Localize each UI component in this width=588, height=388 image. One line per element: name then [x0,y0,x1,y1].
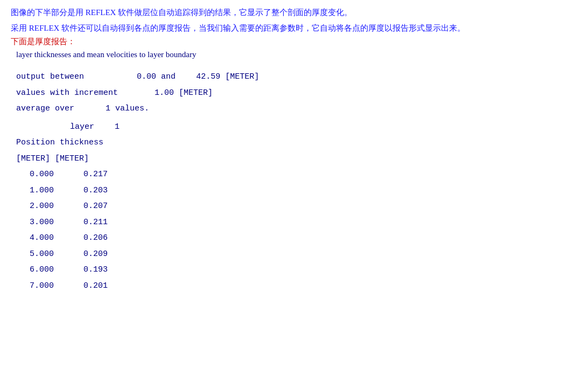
position-unit: [METER] [16,154,50,163]
position-value: 4.000 [16,231,65,245]
table-row: 3.0000.211 [16,216,577,230]
layer-row: layer 1 [70,120,577,134]
position-value: 1.000 [16,184,65,198]
thickness-value: 0.211 [65,216,108,230]
increment-label: values with increment [16,88,118,98]
table-row: 6.0000.193 [16,263,577,277]
output-line: output between 0.00 and 42.59 [METER] [16,70,577,84]
increment-unit: [METER] [179,88,213,98]
chinese-line-1: 图像的下半部分是用 REFLEX 软件做层位自动追踪得到的结果，它显示了整个剖面… [11,5,577,20]
thickness-value: 0.203 [65,184,108,198]
table-row: 0.0000.217 [16,168,577,182]
table-row: 5.0000.209 [16,247,577,261]
data-rows: 0.0000.2171.0000.2032.0000.2073.0000.211… [16,168,577,293]
thickness-unit: [METER] [55,154,89,163]
data-section: output between 0.00 and 42.59 [METER] va… [16,70,577,116]
thickness-value: 0.193 [65,263,108,277]
average-value: 1 [106,104,110,113]
thickness-value: 0.207 [65,199,108,213]
output-unit: [METER] [225,72,259,81]
chinese-line-2: 采用 REFLEX 软件还可以自动得到各点的厚度报告，当我们输入需要的距离参数时… [11,21,577,36]
average-line: average over 1 values. [16,102,577,116]
position-value: 6.000 [16,263,65,277]
thickness-header: thickness [60,138,103,147]
report-header: layer thicknesses and mean velocities to… [16,50,577,59]
thickness-value: 0.201 [65,279,108,293]
position-header: Position [16,138,55,147]
position-value: 7.000 [16,279,65,293]
col-units-row: [METER] [METER] [16,152,577,166]
output-and: and [161,72,176,81]
thickness-value: 0.209 [65,247,108,261]
position-value: 5.000 [16,247,65,261]
table-row: 2.0000.207 [16,199,577,213]
position-value: 2.000 [16,199,65,213]
increment-line: values with increment 1.00 [METER] [16,86,577,100]
table-row: 1.0000.203 [16,184,577,198]
layer-label: layer [70,122,94,131]
table-row: 7.0000.201 [16,279,577,293]
thickness-value: 0.206 [65,231,108,245]
average-label: average over [16,104,74,113]
chinese-red-text: 下面是厚度报告： [11,37,577,47]
col-header-row: Position thickness [16,136,577,150]
increment-value: 1.00 [155,88,174,98]
table-row: 4.0000.206 [16,231,577,245]
position-value: 0.000 [16,168,65,182]
average-suffix: values. [115,104,149,113]
layer-number: 1 [115,122,120,131]
output-label: output between [16,72,84,81]
table-section: layer 1 Position thickness [METER] [METE… [16,120,577,293]
output-to: 42.59 [196,72,220,81]
output-from: 0.00 [137,72,156,81]
position-value: 3.000 [16,216,65,230]
thickness-value: 0.217 [65,168,108,182]
